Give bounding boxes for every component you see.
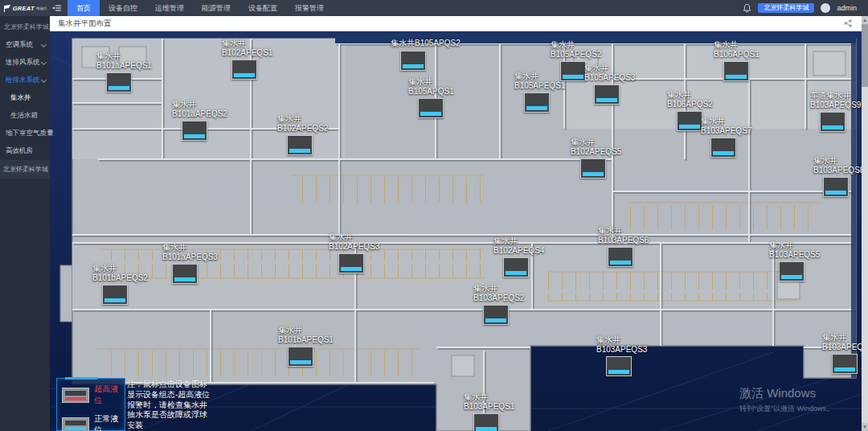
legend-label: 超高液位 bbox=[94, 384, 125, 406]
device-B103APEQS3[interactable]: 集水井B103APEQS3 bbox=[596, 335, 647, 376]
note-line: 注：鼠标点击设备图标 bbox=[127, 380, 222, 390]
sump-pit-icon bbox=[288, 347, 313, 367]
legend-row-2: 正常液位 bbox=[62, 413, 125, 431]
device-B105APQS1[interactable]: 集水井B105APQS1 bbox=[408, 77, 454, 118]
sump-pit-icon bbox=[102, 285, 128, 305]
sidebar-project-header[interactable]: 北京怀柔科学城 bbox=[0, 16, 50, 36]
device-label: 集水井B103APEQS6 bbox=[598, 226, 649, 244]
device-集水井B105APQS2[interactable]: 集水井B105APQS2 bbox=[391, 39, 461, 71]
sidebar: 北京怀柔科学城 空调系统送排风系统给排水系统集水井生活水箱地下室空气质量高效机房… bbox=[0, 16, 50, 431]
scroll-up-arrow[interactable]: ▲ bbox=[862, 16, 868, 24]
sidebar-item-5[interactable]: 生活水箱 bbox=[0, 107, 50, 125]
device-label: 集水井B103APEQS7 bbox=[701, 117, 751, 135]
tab-sump-pit-plan[interactable]: 集水井平面布置 bbox=[50, 16, 120, 31]
device-label: 集水井B102APEQS3 bbox=[329, 232, 379, 251]
sump-pit-icon bbox=[338, 253, 364, 273]
sidebar-item-7[interactable]: 高效机房 bbox=[0, 142, 50, 160]
scrollbar-thumb[interactable] bbox=[862, 24, 868, 87]
menu-item-5[interactable]: 设备配置 bbox=[240, 0, 286, 16]
device-B103APEQS8[interactable]: 集水井B103APEQS8 bbox=[813, 156, 862, 197]
menu-item-6[interactable]: 报警管理 bbox=[286, 0, 333, 16]
legend-level-icon bbox=[62, 388, 89, 403]
vertical-scrollbar[interactable]: ▲ ▼ bbox=[862, 16, 868, 431]
sump-pit-icon bbox=[823, 177, 849, 197]
device-label: 车道集水井B103APEQS9 bbox=[810, 91, 861, 109]
device-B101aAPEQS1[interactable]: 集水井B101aAPEQS1 bbox=[96, 51, 152, 92]
menu-item-4[interactable]: 能源管理 bbox=[193, 0, 240, 16]
sump-pit-icon bbox=[231, 60, 257, 80]
username: admin bbox=[837, 4, 857, 12]
device-label: 集水井B106APQS1 bbox=[714, 40, 760, 59]
site-badge[interactable]: 北京怀柔科学城 bbox=[758, 3, 814, 13]
floor-plan-stage: 集水井B101aAPEQS1集水井B102APEQS1集水井B105APQS2集… bbox=[50, 31, 862, 431]
device-label: 集水井B101aAPEQS1 bbox=[96, 51, 152, 70]
sump-pit-icon bbox=[524, 92, 550, 113]
notification-bell-icon[interactable] bbox=[743, 3, 751, 13]
sump-pit-icon bbox=[779, 261, 805, 281]
flag-icon bbox=[3, 4, 11, 12]
device-B101bAPEQS2[interactable]: 集水井B101bAPEQS2 bbox=[92, 264, 148, 305]
liquid-level-legend: 超高液位正常液位 bbox=[56, 378, 125, 431]
device-label: 集水井B106APQS2 bbox=[667, 90, 713, 109]
sidebar-item-6[interactable]: 地下室空气质量 bbox=[0, 125, 50, 142]
device-B102APEQS2[interactable]: 集水井B102APEQS2 bbox=[277, 114, 328, 155]
sidebar-item-2[interactable]: 送排风系统 bbox=[0, 54, 50, 72]
device-B106APQS1[interactable]: 集水井B106APQS1 bbox=[714, 40, 760, 81]
device-B103APEQS4[interactable]: 集水井B103APEQS4 bbox=[822, 333, 862, 374]
device-label: 集水井B101bAPEQS2 bbox=[92, 264, 148, 282]
top-navbar: GREAT 格瑞特 首页设备自控运维管理能源管理设备配置报警管理 北京怀柔科学城… bbox=[0, 0, 868, 16]
device-B103APEQS9[interactable]: 车道集水井B103APEQS9 bbox=[810, 91, 861, 132]
note-line: 报警时，请检查集水井 bbox=[127, 400, 222, 411]
scroll-down-arrow[interactable]: ▼ bbox=[862, 423, 868, 431]
device-B102APEQS4[interactable]: 集水井B102APEQS4 bbox=[493, 236, 544, 277]
watermark-subtitle: 转到“设置”以激活 Windows。 bbox=[739, 404, 833, 414]
device-label: 集水井B101bAPEQS1 bbox=[278, 326, 334, 344]
device-B103APEQS7[interactable]: 集水井B103APEQS7 bbox=[701, 117, 751, 158]
sump-pit-icon bbox=[580, 158, 606, 179]
sump-pit-icon bbox=[418, 98, 444, 118]
device-label: 集水井B102APEQS4 bbox=[493, 236, 544, 255]
device-B105APEQS1[interactable]: 集水井B105APEQS1 bbox=[514, 72, 565, 113]
sump-pit-icon bbox=[608, 247, 633, 267]
sidebar-item-4[interactable]: 集水井 bbox=[0, 89, 50, 107]
sump-pit-icon bbox=[820, 112, 845, 132]
device-label: 集水井B105APEQS3 bbox=[584, 64, 635, 82]
menu-fold-icon[interactable] bbox=[50, 0, 64, 16]
menu-item-2[interactable]: 设备自控 bbox=[100, 0, 146, 16]
chevron-down-icon bbox=[41, 77, 47, 83]
device-B101aAPEQS3[interactable]: 集水井B101aAPEQS3 bbox=[162, 243, 218, 284]
main-menu: 首页设备自控运维管理能源管理设备配置报警管理 bbox=[68, 0, 333, 16]
device-label: 集水井B103APEQS1 bbox=[464, 392, 514, 411]
device-label: 集水井B102APEQS2 bbox=[277, 114, 328, 133]
avatar[interactable] bbox=[821, 3, 830, 13]
device-B103APEQS5[interactable]: 集水井B103APEQS5 bbox=[769, 240, 820, 281]
device-B103APEQS1[interactable]: 集水井B103APEQS1 bbox=[464, 392, 514, 431]
sidebar-item-3[interactable]: 给排水系统 bbox=[0, 72, 50, 89]
menu-item-1[interactable]: 首页 bbox=[68, 0, 100, 16]
device-B105APEQS3[interactable]: 集水井B105APEQS3 bbox=[584, 64, 635, 105]
device-B101aAPEQS2[interactable]: 集水井B101aAPEQS2 bbox=[172, 100, 227, 141]
sump-pit-icon bbox=[832, 354, 858, 374]
note-line: 显示设备组态-超高液位 bbox=[127, 390, 222, 400]
sump-pit-icon bbox=[594, 84, 620, 105]
device-label: 集水井B105APQS1 bbox=[408, 77, 454, 96]
device-B102APEQS5[interactable]: 集水井B102APEQS5 bbox=[571, 138, 621, 179]
device-B101bAPEQS1[interactable]: 集水井B101bAPEQS1 bbox=[278, 326, 334, 367]
device-B103APEQS6[interactable]: 集水井B103APEQS6 bbox=[598, 226, 649, 267]
sidebar-item-1[interactable]: 空调系统 bbox=[0, 36, 50, 54]
device-label: 集水井B103APEQS5 bbox=[769, 240, 820, 259]
device-label: 集水井B102APEQS1 bbox=[222, 39, 272, 57]
sump-pit-icon bbox=[400, 51, 426, 71]
share-icon[interactable] bbox=[844, 19, 852, 27]
note-line: 抽水泵是否故障或浮球 bbox=[127, 410, 222, 421]
tab-bar: 集水井平面布置 bbox=[50, 16, 862, 31]
device-label: 集水井B105APEQS1 bbox=[514, 72, 565, 90]
device-label: 集水井B105APQS2 bbox=[391, 39, 461, 48]
device-B102APEQS1[interactable]: 集水井B102APEQS1 bbox=[222, 39, 272, 80]
menu-item-3[interactable]: 运维管理 bbox=[146, 0, 193, 16]
sump-pit-icon bbox=[172, 264, 198, 284]
sidebar-project-header-2[interactable]: 北京怀柔科学城 bbox=[0, 160, 50, 179]
operation-note: 注：鼠标点击设备图标显示设备组态-超高液位报警时，请检查集水井抽水泵是否故障或浮… bbox=[127, 380, 222, 431]
device-B103APEQS2[interactable]: 集水井B103APEQS2 bbox=[473, 284, 524, 325]
device-B102APEQS3[interactable]: 集水井B102APEQS3 bbox=[329, 232, 379, 273]
